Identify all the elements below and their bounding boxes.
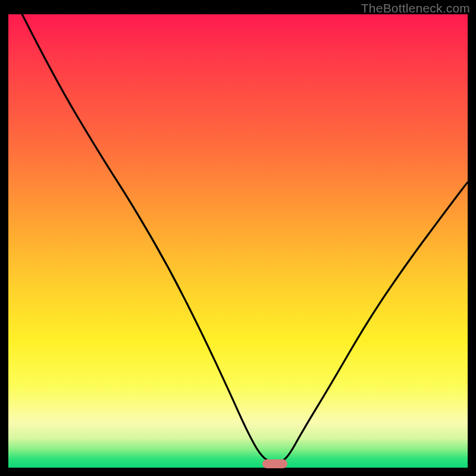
plot-area (8, 14, 468, 468)
watermark-text: TheBottleneck.com (361, 1, 470, 15)
curve-path (22, 14, 468, 463)
chart-stage: TheBottleneck.com (0, 0, 476, 476)
bottleneck-curve (8, 14, 468, 468)
optimal-marker (262, 459, 287, 468)
